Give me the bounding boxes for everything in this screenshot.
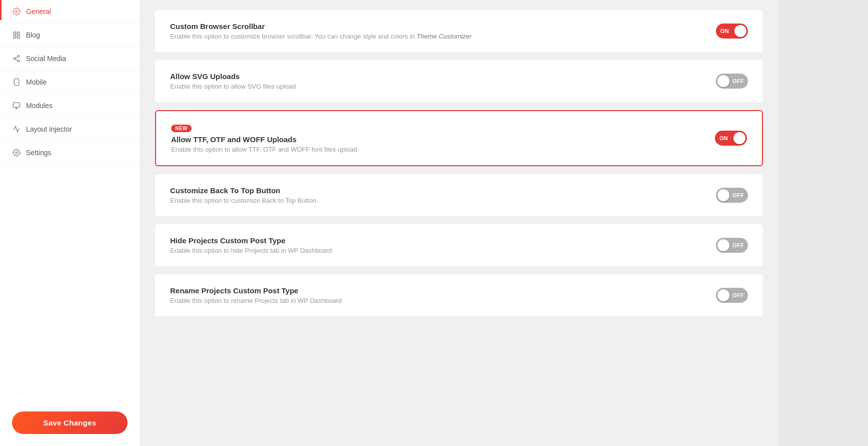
mobile-icon <box>12 78 21 87</box>
share-icon <box>12 54 21 63</box>
setting-title-custom-scrollbar: Custom Browser Scrollbar <box>170 22 701 31</box>
svg-point-7 <box>18 60 20 62</box>
new-badge: NEW <box>171 125 192 132</box>
setting-info-rename-projects: Rename Projects Custom Post Type Enable … <box>170 286 701 304</box>
svg-rect-2 <box>17 32 20 35</box>
setting-card-hide-projects: Hide Projects Custom Post Type Enable th… <box>155 224 763 266</box>
toggle-knob-back-to-top <box>717 189 729 201</box>
svg-point-6 <box>14 58 16 60</box>
setting-desc-hide-projects: Enable this option to hide Projects tab … <box>170 247 701 254</box>
sidebar-item-social-media[interactable]: Social Media <box>0 47 140 71</box>
toggle-custom-scrollbar[interactable]: ON <box>716 24 748 39</box>
sidebar-nav: General Blog Social Media Mobile Modules <box>0 0 140 399</box>
sidebar-item-settings[interactable]: Settings <box>0 141 140 165</box>
setting-card-custom-scrollbar: Custom Browser Scrollbar Enable this opt… <box>155 10 763 52</box>
setting-info-back-to-top: Customize Back To Top Button Enable this… <box>170 186 701 204</box>
toggle-label-svg-uploads: OFF <box>732 78 744 84</box>
svg-point-5 <box>18 55 20 57</box>
svg-line-8 <box>16 59 18 61</box>
svg-point-0 <box>16 11 18 13</box>
toggle-rename-projects[interactable]: OFF <box>716 288 748 303</box>
sidebar-item-layout-injector-label: Layout Injector <box>26 125 72 133</box>
toggle-wrapper-hide-projects: OFF <box>716 238 748 253</box>
setting-title-rename-projects: Rename Projects Custom Post Type <box>170 286 701 295</box>
sidebar-item-general-label: General <box>26 8 51 16</box>
layout-icon <box>12 125 21 134</box>
setting-card-svg-uploads: Allow SVG Uploads Enable this option to … <box>155 60 763 102</box>
svg-line-9 <box>16 57 18 58</box>
toggle-knob-rename-projects <box>717 289 729 301</box>
toggle-wrapper-svg-uploads: OFF <box>716 74 748 89</box>
toggle-knob-svg-uploads <box>717 75 729 87</box>
sidebar-item-blog-label: Blog <box>26 31 40 39</box>
setting-desc-font-uploads: Enable this option to allow TTF, OTF and… <box>171 146 700 153</box>
sidebar-item-general[interactable]: General <box>0 0 140 24</box>
toggle-knob-font-uploads <box>733 132 745 144</box>
toggle-knob-hide-projects <box>717 239 729 251</box>
save-changes-button[interactable]: Save Changes <box>12 411 128 434</box>
setting-info-custom-scrollbar: Custom Browser Scrollbar Enable this opt… <box>170 22 701 40</box>
sidebar-item-blog[interactable]: Blog <box>0 24 140 47</box>
right-panel <box>778 0 868 446</box>
setting-title-font-uploads: Allow TTF, OTF and WOFF Uploads <box>171 135 700 144</box>
settings-icon <box>12 148 21 157</box>
svg-rect-10 <box>14 79 19 85</box>
toggle-wrapper-back-to-top: OFF <box>716 188 748 203</box>
toggle-back-to-top[interactable]: OFF <box>716 188 748 203</box>
toggle-label-back-to-top: OFF <box>732 192 744 198</box>
toggle-svg-uploads[interactable]: OFF <box>716 74 748 89</box>
main-content: Custom Browser Scrollbar Enable this opt… <box>140 0 778 446</box>
toggle-wrapper-rename-projects: OFF <box>716 288 748 303</box>
setting-title-hide-projects: Hide Projects Custom Post Type <box>170 236 701 245</box>
setting-desc-custom-scrollbar: Enable this option to customize browser … <box>170 33 701 40</box>
toggle-label-font-uploads: ON <box>719 135 728 141</box>
sidebar-item-social-media-label: Social Media <box>26 55 66 63</box>
svg-rect-4 <box>17 36 20 38</box>
setting-info-font-uploads: NEW Allow TTF, OTF and WOFF Uploads Enab… <box>171 123 700 153</box>
toggle-font-uploads[interactable]: ON <box>715 131 747 146</box>
toggle-label-custom-scrollbar: ON <box>720 28 729 34</box>
setting-card-font-uploads: NEW Allow TTF, OTF and WOFF Uploads Enab… <box>155 110 763 166</box>
svg-rect-12 <box>13 103 20 107</box>
svg-rect-3 <box>14 36 16 38</box>
setting-card-back-to-top: Customize Back To Top Button Enable this… <box>155 174 763 216</box>
setting-desc-back-to-top: Enable this option to customize Back to … <box>170 197 701 204</box>
toggle-label-hide-projects: OFF <box>732 242 744 248</box>
setting-card-rename-projects: Rename Projects Custom Post Type Enable … <box>155 274 763 316</box>
sidebar-item-mobile-label: Mobile <box>26 78 47 86</box>
grid-icon <box>12 31 21 40</box>
toggle-label-rename-projects: OFF <box>732 292 744 298</box>
setting-title-back-to-top: Customize Back To Top Button <box>170 186 701 195</box>
setting-desc-rename-projects: Enable this option to rename Projects ta… <box>170 297 701 304</box>
sidebar-item-settings-label: Settings <box>26 149 52 157</box>
sidebar-item-modules-label: Modules <box>26 102 53 110</box>
sidebar-item-layout-injector[interactable]: Layout Injector <box>0 118 140 141</box>
svg-rect-1 <box>14 32 16 35</box>
sidebar: General Blog Social Media Mobile Modules <box>0 0 140 446</box>
gear-icon <box>12 7 21 16</box>
toggle-hide-projects[interactable]: OFF <box>716 238 748 253</box>
modules-icon <box>12 101 21 110</box>
setting-info-svg-uploads: Allow SVG Uploads Enable this option to … <box>170 72 701 90</box>
toggle-wrapper-custom-scrollbar: ON <box>716 24 748 39</box>
save-button-container: Save Changes <box>0 399 140 446</box>
sidebar-item-modules[interactable]: Modules <box>0 94 140 118</box>
toggle-knob-custom-scrollbar <box>734 25 746 37</box>
setting-desc-svg-uploads: Enable this option to allow SVG files up… <box>170 83 701 90</box>
toggle-wrapper-font-uploads: ON <box>715 131 747 146</box>
svg-point-15 <box>16 152 18 154</box>
setting-title-svg-uploads: Allow SVG Uploads <box>170 72 701 81</box>
setting-info-hide-projects: Hide Projects Custom Post Type Enable th… <box>170 236 701 254</box>
sidebar-item-mobile[interactable]: Mobile <box>0 71 140 94</box>
